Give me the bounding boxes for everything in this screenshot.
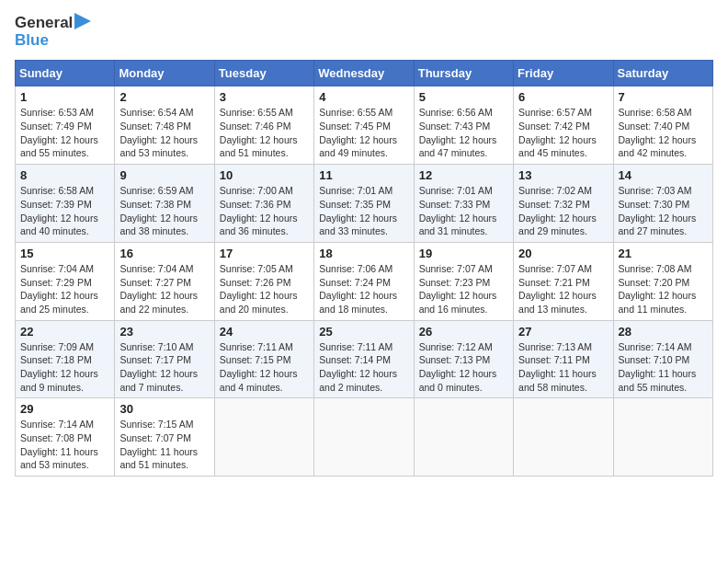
day-info: Sunrise: 6:55 AM Sunset: 7:45 PM Dayligh…	[319, 106, 408, 160]
day-info: Sunrise: 7:00 AM Sunset: 7:36 PM Dayligh…	[220, 184, 309, 238]
day-info: Sunrise: 7:01 AM Sunset: 7:35 PM Dayligh…	[319, 184, 408, 238]
week-row-5: 29 Sunrise: 7:14 AM Sunset: 7:08 PM Dayl…	[16, 398, 713, 477]
logo-arrow-icon	[74, 13, 91, 29]
day-cell-12: 12 Sunrise: 7:01 AM Sunset: 7:33 PM Dayl…	[414, 165, 513, 243]
day-info: Sunrise: 7:09 AM Sunset: 7:18 PM Dayligh…	[20, 340, 109, 395]
day-info: Sunrise: 7:12 AM Sunset: 7:13 PM Dayligh…	[419, 340, 508, 395]
logo-general-text: General	[15, 15, 73, 32]
day-number: 23	[119, 325, 209, 339]
day-cell-4: 4 Sunrise: 6:55 AM Sunset: 7:45 PM Dayli…	[314, 86, 414, 165]
day-number: 12	[419, 168, 508, 182]
day-number: 17	[220, 247, 309, 260]
day-cell-2: 2 Sunrise: 6:54 AM Sunset: 7:48 PM Dayli…	[115, 86, 214, 165]
empty-cell	[414, 398, 513, 477]
day-number: 1	[20, 90, 109, 104]
day-info: Sunrise: 6:56 AM Sunset: 7:43 PM Dayligh…	[419, 106, 508, 160]
day-cell-3: 3 Sunrise: 6:55 AM Sunset: 7:46 PM Dayli…	[214, 86, 313, 165]
day-cell-18: 18 Sunrise: 7:06 AM Sunset: 7:24 PM Dayl…	[314, 242, 414, 320]
day-info: Sunrise: 7:01 AM Sunset: 7:33 PM Dayligh…	[419, 184, 508, 238]
day-number: 20	[518, 247, 608, 260]
weekday-header-wednesday: Wednesday	[314, 61, 414, 86]
logo-container: General Blue	[15, 15, 91, 49]
day-number: 13	[518, 168, 608, 182]
day-cell-20: 20 Sunrise: 7:07 AM Sunset: 7:21 PM Dayl…	[514, 242, 613, 320]
day-cell-19: 19 Sunrise: 7:07 AM Sunset: 7:23 PM Dayl…	[414, 242, 513, 320]
day-number: 8	[20, 168, 109, 182]
day-info: Sunrise: 6:58 AM Sunset: 7:40 PM Dayligh…	[619, 106, 708, 160]
day-cell-11: 11 Sunrise: 7:01 AM Sunset: 7:35 PM Dayl…	[314, 165, 414, 243]
day-info: Sunrise: 7:11 AM Sunset: 7:15 PM Dayligh…	[220, 340, 309, 395]
day-number: 4	[319, 90, 408, 104]
day-info: Sunrise: 7:02 AM Sunset: 7:32 PM Dayligh…	[518, 184, 608, 238]
day-cell-29: 29 Sunrise: 7:14 AM Sunset: 7:08 PM Dayl…	[16, 398, 115, 477]
day-number: 24	[220, 325, 309, 339]
day-number: 28	[619, 325, 708, 339]
day-cell-27: 27 Sunrise: 7:13 AM Sunset: 7:11 PM Dayl…	[514, 320, 613, 398]
day-cell-15: 15 Sunrise: 7:04 AM Sunset: 7:29 PM Dayl…	[16, 242, 115, 320]
header: General Blue	[15, 15, 713, 49]
weekday-header-saturday: Saturday	[613, 61, 712, 86]
day-info: Sunrise: 7:14 AM Sunset: 7:10 PM Dayligh…	[619, 340, 708, 395]
week-row-2: 8 Sunrise: 6:58 AM Sunset: 7:39 PM Dayli…	[16, 165, 713, 243]
week-row-3: 15 Sunrise: 7:04 AM Sunset: 7:29 PM Dayl…	[16, 242, 713, 320]
day-info: Sunrise: 7:15 AM Sunset: 7:07 PM Dayligh…	[119, 418, 209, 472]
weekday-header-friday: Friday	[514, 61, 613, 86]
day-cell-28: 28 Sunrise: 7:14 AM Sunset: 7:10 PM Dayl…	[613, 320, 712, 398]
calendar: SundayMondayTuesdayWednesdayThursdayFrid…	[15, 60, 713, 477]
day-info: Sunrise: 7:06 AM Sunset: 7:24 PM Dayligh…	[319, 262, 408, 316]
day-cell-24: 24 Sunrise: 7:11 AM Sunset: 7:15 PM Dayl…	[214, 320, 313, 398]
weekday-header-tuesday: Tuesday	[214, 61, 313, 86]
day-info: Sunrise: 6:53 AM Sunset: 7:49 PM Dayligh…	[20, 106, 109, 160]
weekday-header-thursday: Thursday	[414, 61, 513, 86]
day-cell-13: 13 Sunrise: 7:02 AM Sunset: 7:32 PM Dayl…	[514, 165, 613, 243]
day-cell-21: 21 Sunrise: 7:08 AM Sunset: 7:20 PM Dayl…	[613, 242, 712, 320]
day-cell-9: 9 Sunrise: 6:59 AM Sunset: 7:38 PM Dayli…	[115, 165, 214, 243]
svg-marker-0	[74, 13, 91, 29]
day-info: Sunrise: 7:13 AM Sunset: 7:11 PM Dayligh…	[518, 340, 608, 395]
day-number: 2	[119, 90, 209, 104]
day-cell-16: 16 Sunrise: 7:04 AM Sunset: 7:27 PM Dayl…	[115, 242, 214, 320]
week-row-1: 1 Sunrise: 6:53 AM Sunset: 7:49 PM Dayli…	[16, 86, 713, 165]
day-info: Sunrise: 7:04 AM Sunset: 7:27 PM Dayligh…	[119, 262, 209, 316]
day-info: Sunrise: 7:11 AM Sunset: 7:14 PM Dayligh…	[319, 340, 408, 395]
day-cell-6: 6 Sunrise: 6:57 AM Sunset: 7:42 PM Dayli…	[514, 86, 613, 165]
day-info: Sunrise: 6:54 AM Sunset: 7:48 PM Dayligh…	[119, 106, 209, 160]
day-number: 30	[119, 402, 209, 416]
logo: General Blue	[15, 15, 91, 49]
day-cell-8: 8 Sunrise: 6:58 AM Sunset: 7:39 PM Dayli…	[16, 165, 115, 243]
empty-cell	[214, 398, 313, 477]
day-number: 7	[619, 90, 708, 104]
day-info: Sunrise: 7:07 AM Sunset: 7:21 PM Dayligh…	[518, 262, 608, 316]
day-number: 10	[220, 168, 309, 182]
day-number: 16	[119, 247, 209, 260]
day-info: Sunrise: 6:55 AM Sunset: 7:46 PM Dayligh…	[220, 106, 309, 160]
day-cell-7: 7 Sunrise: 6:58 AM Sunset: 7:40 PM Dayli…	[613, 86, 712, 165]
day-info: Sunrise: 7:03 AM Sunset: 7:30 PM Dayligh…	[619, 184, 708, 238]
day-cell-25: 25 Sunrise: 7:11 AM Sunset: 7:14 PM Dayl…	[314, 320, 414, 398]
day-number: 6	[518, 90, 608, 104]
day-number: 22	[20, 325, 109, 339]
day-number: 11	[319, 168, 408, 182]
day-info: Sunrise: 7:04 AM Sunset: 7:29 PM Dayligh…	[20, 262, 109, 316]
day-number: 5	[419, 90, 508, 104]
day-cell-30: 30 Sunrise: 7:15 AM Sunset: 7:07 PM Dayl…	[115, 398, 214, 477]
empty-cell	[613, 398, 712, 477]
day-info: Sunrise: 7:07 AM Sunset: 7:23 PM Dayligh…	[419, 262, 508, 316]
day-cell-10: 10 Sunrise: 7:00 AM Sunset: 7:36 PM Dayl…	[214, 165, 313, 243]
day-info: Sunrise: 7:14 AM Sunset: 7:08 PM Dayligh…	[20, 418, 109, 472]
weekday-header-monday: Monday	[115, 61, 214, 86]
day-number: 15	[20, 247, 109, 260]
day-number: 3	[220, 90, 309, 104]
day-number: 18	[319, 247, 408, 260]
day-cell-5: 5 Sunrise: 6:56 AM Sunset: 7:43 PM Dayli…	[414, 86, 513, 165]
day-number: 19	[419, 247, 508, 260]
day-cell-14: 14 Sunrise: 7:03 AM Sunset: 7:30 PM Dayl…	[613, 165, 712, 243]
day-cell-23: 23 Sunrise: 7:10 AM Sunset: 7:17 PM Dayl…	[115, 320, 214, 398]
logo-blue-text: Blue	[15, 32, 49, 50]
empty-cell	[514, 398, 613, 477]
weekday-header-row: SundayMondayTuesdayWednesdayThursdayFrid…	[16, 61, 713, 86]
day-number: 21	[619, 247, 708, 260]
day-info: Sunrise: 7:08 AM Sunset: 7:20 PM Dayligh…	[619, 262, 708, 316]
day-number: 14	[619, 168, 708, 182]
week-row-4: 22 Sunrise: 7:09 AM Sunset: 7:18 PM Dayl…	[16, 320, 713, 398]
